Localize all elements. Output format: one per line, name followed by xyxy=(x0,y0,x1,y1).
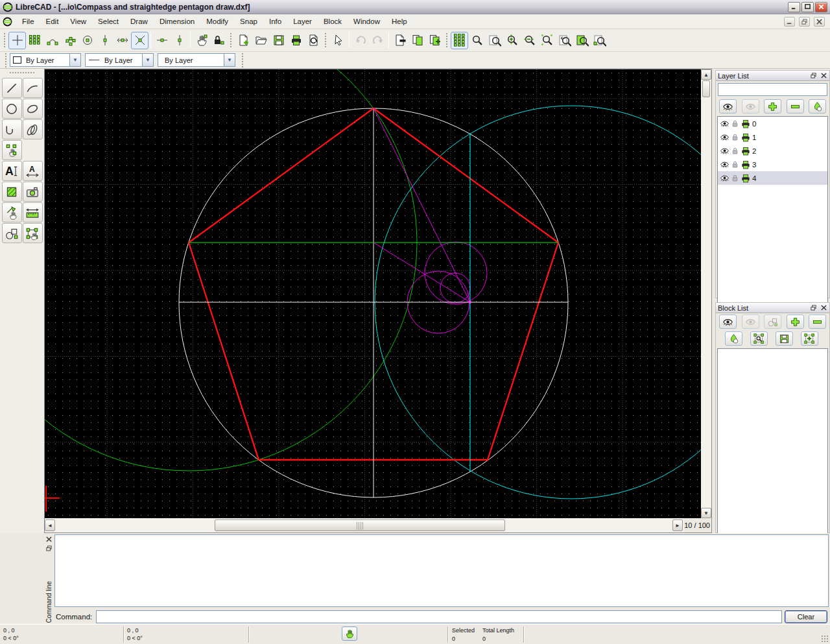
show-all-layers-button[interactable] xyxy=(719,99,737,113)
layer-visible-icon[interactable] xyxy=(720,146,729,156)
toolbar-grip[interactable] xyxy=(324,32,327,48)
edit-layer-attributes-button[interactable] xyxy=(809,99,826,113)
layer-visible-icon[interactable] xyxy=(720,173,729,183)
layer-print-icon[interactable] xyxy=(741,160,751,170)
cut-button[interactable] xyxy=(391,32,409,49)
action-status-button[interactable] xyxy=(342,626,357,641)
layer-lock-icon[interactable] xyxy=(731,119,739,128)
toolbar-grip[interactable] xyxy=(230,32,233,48)
layer-print-icon[interactable] xyxy=(741,132,751,143)
arc-tool-button[interactable] xyxy=(23,78,43,98)
open-file-button[interactable] xyxy=(252,32,270,49)
save-block-button[interactable] xyxy=(776,331,793,346)
redo-button[interactable] xyxy=(369,32,386,49)
menu-select[interactable]: Select xyxy=(92,16,124,27)
menu-block[interactable]: Block xyxy=(318,16,348,27)
snap-grid-button[interactable] xyxy=(26,32,43,49)
point-tool-button[interactable] xyxy=(2,140,22,160)
horizontal-scroll-thumb[interactable] xyxy=(215,519,505,531)
ellipse-tool-button[interactable] xyxy=(23,99,43,119)
layer-print-icon[interactable] xyxy=(741,119,751,129)
toolbar-grip[interactable] xyxy=(445,32,449,48)
add-block-button[interactable] xyxy=(764,315,781,329)
drawing-canvas[interactable] xyxy=(45,69,701,518)
scroll-left-button[interactable]: ◄ xyxy=(45,519,55,531)
show-all-blocks-button[interactable] xyxy=(719,315,737,329)
lock-relative-zero-button[interactable] xyxy=(210,32,228,49)
menu-window[interactable]: Window xyxy=(348,16,386,27)
layer-lock-icon[interactable] xyxy=(731,174,739,182)
image-tool-button[interactable] xyxy=(23,182,43,202)
window-minimize-button[interactable] xyxy=(788,2,800,12)
measure-tool-button[interactable] xyxy=(23,202,43,222)
mdi-close-button[interactable] xyxy=(814,17,825,27)
copy-button[interactable] xyxy=(409,32,426,49)
snap-on-entity-button[interactable] xyxy=(61,32,78,49)
layer-visible-icon[interactable] xyxy=(720,119,729,128)
grid-toggle-button[interactable] xyxy=(451,32,468,49)
zoom-previous-button[interactable] xyxy=(556,32,573,49)
window-close-button[interactable] xyxy=(815,2,827,12)
print-preview-button[interactable] xyxy=(305,32,322,49)
zoom-entity-button[interactable] xyxy=(573,32,591,49)
vertical-scroll-thumb[interactable] xyxy=(702,80,710,97)
zoom-window-button[interactable] xyxy=(468,32,486,49)
select-pointer-button[interactable] xyxy=(329,32,347,49)
menu-draw[interactable]: Draw xyxy=(124,16,154,27)
zoom-out-button[interactable] xyxy=(521,32,538,49)
float-dock-icon[interactable] xyxy=(809,72,817,80)
snap-free-button[interactable] xyxy=(8,32,26,49)
layer-row-4[interactable]: 4 xyxy=(718,171,827,185)
hatch-tool-button[interactable] xyxy=(2,182,22,202)
layer-row-1[interactable]: 1 xyxy=(718,130,827,144)
restrict-horizontal-button[interactable] xyxy=(153,32,171,49)
polyline-tool-button[interactable] xyxy=(2,119,22,139)
float-dock-icon[interactable] xyxy=(45,544,53,552)
add-layer-button[interactable] xyxy=(764,99,781,113)
hide-all-layers-button[interactable] xyxy=(742,99,759,113)
menu-info[interactable]: Info xyxy=(263,16,287,27)
vertical-scrollbar[interactable]: ▲ ▼ xyxy=(701,69,711,518)
edit-block-attributes-button[interactable] xyxy=(725,331,742,346)
layer-row-3[interactable]: 3 xyxy=(718,158,827,171)
new-file-button[interactable] xyxy=(235,32,252,49)
snap-intersection-button[interactable] xyxy=(131,32,148,49)
toolbar-grip[interactable] xyxy=(5,53,8,68)
remove-layer-button[interactable] xyxy=(787,99,804,113)
layer-lock-icon[interactable] xyxy=(731,160,739,169)
color-select[interactable]: By Layer ▼ xyxy=(10,53,81,67)
spline-tool-button[interactable] xyxy=(23,119,43,139)
layer-print-icon[interactable] xyxy=(741,146,751,156)
restrict-vertical-button[interactable] xyxy=(171,32,188,49)
command-dock-handle[interactable]: Command line xyxy=(44,533,54,624)
linetype-select[interactable]: By Layer ▼ xyxy=(85,53,154,67)
mdi-minimize-button[interactable] xyxy=(784,17,795,27)
menu-modify[interactable]: Modify xyxy=(200,16,234,27)
menu-help[interactable]: Help xyxy=(386,16,413,27)
resize-grip[interactable] xyxy=(821,635,829,643)
width-select[interactable]: By Layer ▼ xyxy=(158,53,235,67)
window-maximize-button[interactable] xyxy=(801,2,814,12)
select-tool-button[interactable] xyxy=(23,223,43,243)
print-button[interactable] xyxy=(287,32,305,49)
command-history[interactable] xyxy=(54,534,829,607)
layer-print-icon[interactable] xyxy=(741,173,751,184)
menu-file[interactable]: File xyxy=(16,16,40,27)
mdi-restore-button[interactable] xyxy=(799,17,810,27)
snap-center-button[interactable] xyxy=(78,32,96,49)
edit-block-button[interactable] xyxy=(750,331,768,346)
layer-visible-icon[interactable] xyxy=(720,132,729,142)
layer-list-titlebar[interactable]: Layer List xyxy=(716,71,829,81)
rename-block-button[interactable] xyxy=(809,315,826,329)
insert-block-button[interactable] xyxy=(801,331,818,346)
chevron-down-icon[interactable]: ▼ xyxy=(69,54,80,66)
menu-layer[interactable]: Layer xyxy=(287,16,318,27)
menu-view[interactable]: View xyxy=(64,16,92,27)
menu-edit[interactable]: Edit xyxy=(40,16,65,27)
zoom-in-button[interactable] xyxy=(503,32,521,49)
clear-button[interactable]: Clear xyxy=(785,610,827,623)
menu-dimension[interactable]: Dimension xyxy=(154,16,200,27)
construction-point[interactable] xyxy=(469,301,471,304)
dimension-tool-button[interactable]: A xyxy=(23,161,43,181)
zoom-auto-button[interactable] xyxy=(538,32,556,49)
